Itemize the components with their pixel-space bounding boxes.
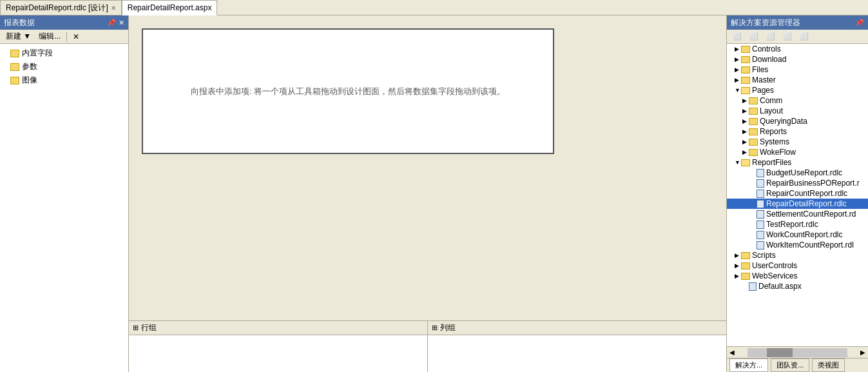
- close-panel-icon[interactable]: ✕: [119, 19, 124, 27]
- expand-icon: ▶: [735, 262, 741, 269]
- right-tree-file[interactable]: Default.aspx: [727, 281, 868, 291]
- expand-icon: ▶: [735, 77, 741, 83]
- tab-design[interactable]: RepairDetailReport.rdlc [设计] ✕: [0, 0, 122, 15]
- right-toolbar-btn5[interactable]: ⬜: [796, 31, 812, 42]
- right-tree-file[interactable]: SettlementCountReport.rd: [727, 209, 868, 219]
- tree-item-label: 参数: [22, 61, 37, 72]
- right-tree-folder[interactable]: ▶Comm: [727, 95, 868, 106]
- right-tree-folder[interactable]: ▶WebServices: [727, 271, 868, 281]
- right-tree-folder[interactable]: ▶WokeFlow: [727, 147, 868, 157]
- close-tab-design[interactable]: ✕: [111, 5, 116, 12]
- expand-icon: ▶: [742, 118, 749, 124]
- tree-item-label: Master: [752, 75, 867, 84]
- right-panel-icons: 📌: [855, 19, 864, 27]
- folder-icon: [749, 139, 758, 146]
- right-tree-folder[interactable]: ▶QueryingData: [727, 116, 868, 126]
- folder-icon: [741, 87, 750, 94]
- tree-item-label: Controls: [752, 44, 867, 54]
- left-panel: 报表数据 📌 ✕ 新建 ▼ 编辑... ✕ 内置字段参数图像: [0, 15, 129, 372]
- bottom-tab-solution[interactable]: 解决方...: [729, 358, 768, 372]
- folder-icon: [10, 77, 19, 84]
- center-panel: 向报表中添加项: 将一个项从工具箱拖动到设计图面，然后将数据集字段拖动到该项。 …: [129, 15, 726, 372]
- expand-icon: ▼: [735, 87, 741, 93]
- folder-icon: [749, 128, 758, 135]
- folder-icon: [741, 56, 750, 63]
- tree-item-label: Reports: [760, 127, 867, 136]
- folder-icon: [741, 252, 750, 259]
- expand-icon: ▶: [742, 128, 749, 135]
- file-icon: [757, 179, 764, 188]
- tab-aspx-label: RepairDetailReport.aspx: [128, 3, 212, 12]
- tree-item-label: WokeFlow: [760, 148, 867, 157]
- right-tree-file[interactable]: RepairDetailReport.rdlc: [727, 199, 868, 209]
- tab-aspx[interactable]: RepairDetailReport.aspx: [122, 0, 218, 15]
- right-toolbar-btn1[interactable]: ⬜: [729, 31, 745, 42]
- tree-item-label: UserControls: [752, 261, 867, 270]
- expand-icon: ▼: [735, 159, 741, 166]
- folder-icon: [741, 77, 750, 84]
- tree-item-label: TestReport.rdlc: [766, 220, 867, 229]
- right-tree-folder[interactable]: ▶Layout: [727, 106, 868, 116]
- bottom-groups: ⊞ 行组 ⊞ 列组: [129, 320, 726, 372]
- right-tree-file[interactable]: WorkItemCountReport.rdl: [727, 240, 868, 250]
- folder-icon: [741, 159, 750, 166]
- right-tree-folder[interactable]: ▶Files: [727, 64, 868, 75]
- left-tree-item[interactable]: 图像: [0, 73, 128, 87]
- right-tree-folder[interactable]: ▶Master: [727, 75, 868, 85]
- new-button[interactable]: 新建 ▼: [3, 30, 34, 43]
- file-icon: [757, 190, 764, 198]
- right-tree-folder[interactable]: ▼ReportFiles: [727, 157, 868, 168]
- scrollbar-track: [747, 348, 847, 357]
- file-icon: [757, 231, 764, 239]
- right-tree-folder[interactable]: ▶Download: [727, 54, 868, 64]
- edit-button[interactable]: 编辑...: [35, 30, 64, 43]
- col-group-label: 列组: [440, 322, 456, 333]
- file-icon: [757, 169, 764, 177]
- expand-icon: ▶: [735, 252, 741, 259]
- left-tree-item[interactable]: 参数: [0, 60, 128, 73]
- tab-design-label: RepairDetailReport.rdlc [设计]: [6, 3, 108, 14]
- right-scrollbar-area[interactable]: ◀ ▶: [727, 346, 868, 358]
- expand-icon: ▶: [735, 273, 741, 279]
- tree-item-label: WebServices: [752, 271, 867, 280]
- delete-button[interactable]: ✕: [70, 31, 82, 43]
- right-toolbar: ⬜ ⬜ ⬜ ⬜ ⬜: [727, 30, 868, 44]
- right-toolbar-btn2[interactable]: ⬜: [746, 31, 762, 42]
- right-tree-file[interactable]: TestReport.rdlc: [727, 219, 868, 230]
- bottom-tab-class[interactable]: 类视图: [812, 358, 845, 372]
- left-tree-item[interactable]: 内置字段: [0, 46, 128, 60]
- right-tree-folder[interactable]: ▶Systems: [727, 137, 868, 147]
- right-tree-folder[interactable]: ▶Scripts: [727, 250, 868, 260]
- left-panel-title: 报表数据: [4, 17, 35, 28]
- right-tree-file[interactable]: BudgetUseReport.rdlc: [727, 168, 868, 178]
- expand-icon: ▶: [735, 66, 741, 73]
- canvas-hint: 向报表中添加项: 将一个项从工具箱拖动到设计图面，然后将数据集字段拖动到该项。: [191, 86, 505, 97]
- pin-icon[interactable]: 📌: [107, 19, 116, 27]
- right-toolbar-btn3[interactable]: ⬜: [763, 31, 778, 42]
- col-group-panel: ⊞ 列组: [428, 321, 726, 372]
- right-tree-file[interactable]: RepairCountReport.rdlc: [727, 188, 868, 199]
- right-tree-file[interactable]: RepairBusinessPOReport.r: [727, 178, 868, 188]
- tree-item-label: Systems: [760, 137, 867, 146]
- bottom-tab-team[interactable]: 团队资...: [771, 358, 809, 372]
- right-tree-file[interactable]: WorkCountReport.rdlc: [727, 230, 868, 240]
- file-icon: [749, 282, 757, 291]
- scrollbar-thumb[interactable]: [767, 348, 793, 357]
- right-tree-folder[interactable]: ▶UserControls: [727, 260, 868, 271]
- folder-icon: [741, 273, 750, 280]
- folder-icon: [749, 108, 758, 115]
- scroll-right[interactable]: ▶: [858, 349, 868, 356]
- row-group-header: ⊞ 行组: [129, 321, 427, 335]
- row-group-label: 行组: [141, 322, 157, 333]
- row-group-panel: ⊞ 行组: [129, 321, 428, 372]
- right-panel: 解决方案资源管理器 📌 ⬜ ⬜ ⬜ ⬜ ⬜ ▶Controls▶Download…: [726, 15, 868, 372]
- right-toolbar-btn4[interactable]: ⬜: [780, 31, 795, 42]
- right-tree-folder[interactable]: ▶Reports: [727, 126, 868, 137]
- scroll-left[interactable]: ◀: [727, 349, 737, 356]
- tree-item-label: RepairCountReport.rdlc: [766, 189, 867, 198]
- right-tree-folder[interactable]: ▶Controls: [727, 44, 868, 54]
- folder-icon: [749, 149, 758, 156]
- right-tree-folder[interactable]: ▼Pages: [727, 85, 868, 95]
- pin-right-icon[interactable]: 📌: [855, 19, 864, 27]
- designer-area: 向报表中添加项: 将一个项从工具箱拖动到设计图面，然后将数据集字段拖动到该项。: [129, 15, 726, 320]
